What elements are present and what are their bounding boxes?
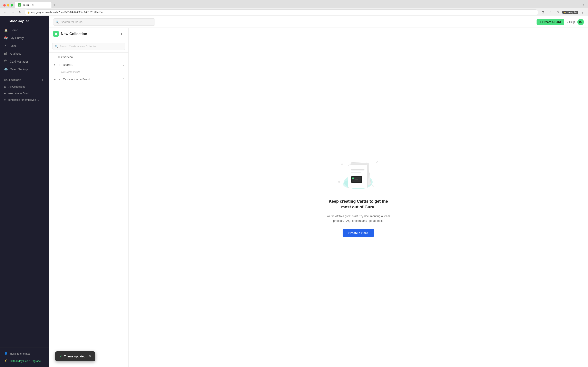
cards-not-on-board-count: 0 bbox=[123, 78, 124, 81]
add-board-button[interactable]: + bbox=[119, 31, 124, 37]
header-right: + Create a Card ? Help DJ bbox=[536, 19, 584, 25]
svg-rect-23 bbox=[351, 169, 364, 170]
cast-icon[interactable]: ⊡ bbox=[540, 9, 546, 15]
invite-teammates-item[interactable]: 👤 Invite Teammates bbox=[0, 350, 49, 357]
svg-rect-9 bbox=[56, 33, 57, 34]
overview-item[interactable]: ≡ Overview bbox=[49, 53, 129, 61]
svg-rect-29 bbox=[355, 179, 358, 180]
traffic-light-green[interactable] bbox=[11, 4, 13, 7]
tab-favicon: G bbox=[18, 3, 21, 7]
svg-rect-6 bbox=[7, 52, 8, 55]
hamburger-icon[interactable] bbox=[3, 20, 7, 22]
board1-chevron-icon: ▼ bbox=[53, 63, 56, 67]
empty-create-card-button[interactable]: Create a Card bbox=[343, 229, 374, 237]
sidebar-item-card-manager[interactable]: Card Manager bbox=[0, 58, 49, 66]
analytics-icon bbox=[4, 52, 7, 55]
browser-tabs-bar: G Guru × + ⋮ bbox=[0, 0, 588, 8]
welcome-collection-icon: ● bbox=[4, 92, 6, 95]
collections-add-icon[interactable]: + bbox=[40, 78, 45, 83]
new-tab-button[interactable]: + bbox=[52, 2, 57, 8]
svg-point-27 bbox=[352, 177, 354, 179]
collection-title: New Collection bbox=[61, 32, 87, 36]
tab-close-icon[interactable]: × bbox=[31, 3, 35, 7]
svg-rect-24 bbox=[351, 172, 361, 173]
traffic-light-yellow[interactable] bbox=[7, 4, 9, 7]
svg-rect-4 bbox=[5, 53, 6, 55]
app-name: Mood Joy Ltd bbox=[9, 19, 29, 23]
panel-search-box[interactable]: 🔍 Search Cards in New Collection bbox=[52, 43, 125, 50]
cards-not-on-board-chevron-icon: ▶ bbox=[53, 78, 56, 81]
help-icon: ? bbox=[567, 20, 568, 24]
svg-rect-2 bbox=[4, 22, 7, 22]
welcome-collection-label: Welcome to Guru! bbox=[8, 92, 29, 95]
collection-item-welcome[interactable]: ● Welcome to Guru! bbox=[0, 90, 49, 96]
address-bar[interactable]: 🔒 app.getguru.com/boards/2bab9503-84e0-4… bbox=[25, 9, 538, 15]
sidebar-item-team-settings[interactable]: ⚙️ Team Settings bbox=[0, 66, 49, 73]
invite-icon: 👤 bbox=[4, 352, 8, 355]
svg-point-14 bbox=[341, 163, 343, 165]
header-search-bar[interactable]: 🔍 Search for Cards bbox=[53, 18, 155, 26]
library-icon: 📚 bbox=[4, 36, 8, 40]
svg-rect-7 bbox=[4, 60, 7, 62]
bookmark-icon[interactable]: ☆ bbox=[547, 9, 553, 15]
incognito-badge: 🕵 Incognito bbox=[562, 11, 578, 14]
card-manager-label: Card Manager bbox=[10, 60, 28, 63]
header-search-placeholder: Search for Cards bbox=[61, 20, 82, 24]
cards-not-on-board-icon bbox=[58, 77, 61, 81]
traffic-light-red[interactable] bbox=[3, 4, 6, 7]
panel-search-icon: 🔍 bbox=[55, 45, 58, 48]
refresh-button[interactable]: ↻ bbox=[17, 9, 23, 15]
browser-more-icon[interactable]: ⋮ bbox=[580, 9, 586, 15]
sidebar: Mood Joy Ltd 🏠 Home 📚 My Library ✓ Tasks… bbox=[0, 16, 49, 367]
help-label: Help bbox=[569, 20, 575, 24]
sidebar-item-my-library[interactable]: 📚 My Library bbox=[0, 34, 49, 42]
svg-rect-28 bbox=[355, 178, 360, 178]
card-manager-icon bbox=[4, 59, 7, 63]
cards-not-on-board-label: Cards not on a Board bbox=[63, 78, 121, 81]
browser-menu-icon[interactable]: ⋮ bbox=[581, 1, 586, 7]
tasks-label: Tasks bbox=[9, 44, 17, 47]
no-cards-text: No Cards inside bbox=[61, 70, 80, 73]
sidebar-nav: 🏠 Home 📚 My Library ✓ Tasks Analytics bbox=[0, 25, 49, 74]
collection-item-all[interactable]: ⊞ All Collections bbox=[0, 83, 49, 90]
trial-item[interactable]: ⚡ 30 trial days left • Upgrade bbox=[0, 357, 49, 365]
right-panel: Keep creating Cards to get the most out … bbox=[129, 28, 588, 367]
all-collections-label: All Collections bbox=[9, 85, 25, 88]
svg-rect-1 bbox=[4, 21, 7, 21]
toast-close-icon[interactable]: × bbox=[89, 354, 91, 359]
create-card-button[interactable]: + Create a Card bbox=[536, 19, 564, 25]
overview-icon: ≡ bbox=[58, 55, 60, 59]
svg-rect-12 bbox=[58, 63, 61, 66]
traffic-lights bbox=[2, 4, 15, 8]
browser-chrome: G Guru × + ⋮ ← → ↻ 🔒 app.getguru.com/boa… bbox=[0, 0, 588, 16]
overview-label: Overview bbox=[61, 55, 124, 59]
svg-rect-0 bbox=[4, 20, 7, 20]
forward-button[interactable]: → bbox=[10, 9, 16, 15]
all-collections-icon: ⊞ bbox=[4, 85, 7, 88]
header-search-icon: 🔍 bbox=[56, 20, 59, 24]
collection-item-templates[interactable]: ● Templates for employee ... bbox=[0, 96, 49, 103]
cards-not-on-board-row[interactable]: ▶ Cards not on a Board 0 bbox=[49, 75, 129, 83]
back-button[interactable]: ← bbox=[2, 9, 8, 15]
avatar[interactable]: DJ bbox=[577, 19, 584, 25]
collection-panel: New Collection + 🔍 Search Cards in New C… bbox=[49, 28, 129, 367]
sidebar-item-tasks[interactable]: ✓ Tasks bbox=[0, 42, 49, 50]
panel-tree: ≡ Overview ▼ Board 1 0 No Cards inside bbox=[49, 53, 129, 84]
sidebar-toggle-icon[interactable]: □ bbox=[555, 9, 561, 15]
trial-icon: ⚡ bbox=[4, 359, 8, 363]
svg-rect-30 bbox=[355, 181, 359, 181]
invite-label: Invite Teammates bbox=[9, 352, 30, 355]
sidebar-item-home[interactable]: 🏠 Home bbox=[0, 26, 49, 34]
browser-toolbar: ← → ↻ 🔒 app.getguru.com/boards/2bab9503-… bbox=[0, 8, 588, 16]
toast-message: Theme updated bbox=[64, 355, 85, 358]
board1-row[interactable]: ▼ Board 1 0 bbox=[49, 61, 129, 69]
empty-state: Keep creating Cards to get the most out … bbox=[315, 150, 401, 245]
sidebar-item-analytics[interactable]: Analytics bbox=[0, 50, 49, 58]
active-tab[interactable]: G Guru × bbox=[15, 2, 52, 8]
main-content: New Collection + 🔍 Search Cards in New C… bbox=[49, 28, 588, 367]
svg-rect-11 bbox=[56, 34, 57, 35]
templates-collection-label: Templates for employee ... bbox=[8, 98, 39, 101]
collections-label: Collections bbox=[4, 79, 21, 81]
help-button[interactable]: ? Help bbox=[567, 20, 575, 24]
panel-search-container: 🔍 Search Cards in New Collection bbox=[49, 40, 129, 53]
